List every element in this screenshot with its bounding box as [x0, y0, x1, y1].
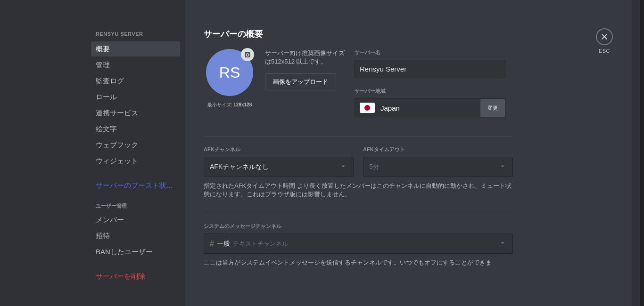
sidebar-item-label: サーバーを削除: [96, 272, 145, 280]
close-icon: [596, 28, 613, 45]
sidebar-item-label: BANしたユーザー: [96, 248, 153, 256]
chevron-down-icon: [339, 162, 347, 172]
sidebar-item-boost[interactable]: サーバーのブースト状...: [91, 178, 180, 193]
change-region-button[interactable]: 変更: [480, 99, 505, 117]
sidebar-item-label: サーバーのブースト状...: [96, 181, 173, 189]
close-label: ESC: [599, 48, 610, 54]
sidebar-item-widget[interactable]: ウィジェット: [91, 153, 180, 169]
chevron-down-icon: [498, 239, 507, 249]
sidebar-item-label: ロール: [96, 93, 117, 101]
sidebar-item-bans[interactable]: BANしたユーザー: [91, 244, 180, 259]
region-name: Japan: [380, 104, 400, 112]
page-title: サーバーの概要: [204, 28, 613, 40]
system-channel-name: 一般: [217, 240, 230, 248]
min-size-text: 最小サイズ: 128x128: [207, 102, 252, 108]
divider: [204, 213, 513, 213]
afk-help-text: 指定されたAFKタイムアウト時間 より長く放置したメンバーはこのチャンネルに自動…: [204, 182, 513, 199]
server-region-label: サーバー地域: [355, 88, 505, 95]
server-icon[interactable]: RS: [206, 49, 253, 96]
server-region-display: Japan: [355, 99, 480, 117]
afk-channel-value: AFKチャンネルなし: [210, 163, 269, 171]
server-name-input[interactable]: [355, 60, 505, 78]
settings-sidebar: RENSYU SERVER 概要 管理 監査ログ ロール 連携サービス 絵文字 …: [86, 0, 185, 306]
chevron-down-icon: [498, 162, 507, 172]
sidebar-item-integrations[interactable]: 連携サービス: [91, 105, 180, 121]
sidebar-item-delete-server[interactable]: サーバーを削除: [91, 269, 180, 284]
sidebar-item-emoji[interactable]: 絵文字: [91, 121, 180, 137]
sidebar-item-label: メンバー: [96, 216, 124, 224]
server-initials: RS: [219, 64, 240, 81]
japan-flag-icon: [360, 103, 375, 113]
system-channel-hint: テキストチャンネル: [233, 240, 288, 248]
afk-timeout-label: AFKタイムアウト: [363, 146, 513, 153]
sidebar-header: RENSYU SERVER: [91, 28, 180, 40]
server-region-row: Japan 変更: [355, 98, 505, 117]
hash-icon: #: [210, 240, 214, 248]
sidebar-item-label: 監査ログ: [96, 77, 124, 85]
afk-channel-select[interactable]: AFKチャンネルなし: [204, 157, 354, 177]
server-name-label: サーバー名: [355, 49, 505, 56]
sidebar-item-audit-log[interactable]: 監査ログ: [91, 73, 180, 89]
sidebar-item-moderation[interactable]: 管理: [91, 57, 180, 72]
sidebar-item-label: 連携サービス: [96, 109, 138, 117]
system-channel-label: システムのメッセージチャンネル: [204, 223, 613, 230]
upload-icon: [241, 48, 254, 61]
sidebar-item-webhooks[interactable]: ウェブフック: [91, 137, 180, 153]
sidebar-item-roles[interactable]: ロール: [91, 89, 180, 105]
sidebar-item-overview[interactable]: 概要: [91, 41, 180, 56]
recommendation-text: サーバー向け推奨画像サイズは512x512 以上です。: [265, 49, 345, 66]
afk-channel-label: AFKチャンネル: [204, 146, 354, 153]
sidebar-item-label: 概要: [96, 45, 110, 53]
system-channel-select[interactable]: # 一般 テキストチャンネル: [204, 234, 513, 254]
system-help-text: ここは当方がシステムイベントメッセージを送信するチャンネルです。いつでもオフにす…: [204, 258, 513, 267]
sidebar-subheader-user-mgmt: ユーザー管理: [91, 194, 180, 212]
sidebar-item-label: ウェブフック: [96, 141, 138, 149]
right-gutter: [632, 0, 640, 306]
sidebar-item-invites[interactable]: 招待: [91, 228, 180, 243]
afk-timeout-select[interactable]: 5分: [363, 157, 513, 177]
content-area: ESC サーバーの概要 RS 最小サイズ: 128x128 サーバー向け推奨画像…: [185, 0, 632, 306]
scrollbar[interactable]: [640, 0, 644, 306]
left-gutter: [0, 0, 86, 306]
divider: [204, 136, 513, 137]
sidebar-item-label: 絵文字: [96, 125, 117, 133]
close-button[interactable]: ESC: [596, 28, 613, 54]
sidebar-item-label: 管理: [96, 61, 110, 69]
sidebar-item-members[interactable]: メンバー: [91, 212, 180, 227]
sidebar-item-label: ウィジェット: [96, 157, 138, 165]
upload-image-button[interactable]: 画像をアップロード: [265, 73, 336, 90]
sidebar-item-label: 招待: [96, 232, 110, 240]
afk-timeout-value: 5分: [369, 163, 380, 171]
